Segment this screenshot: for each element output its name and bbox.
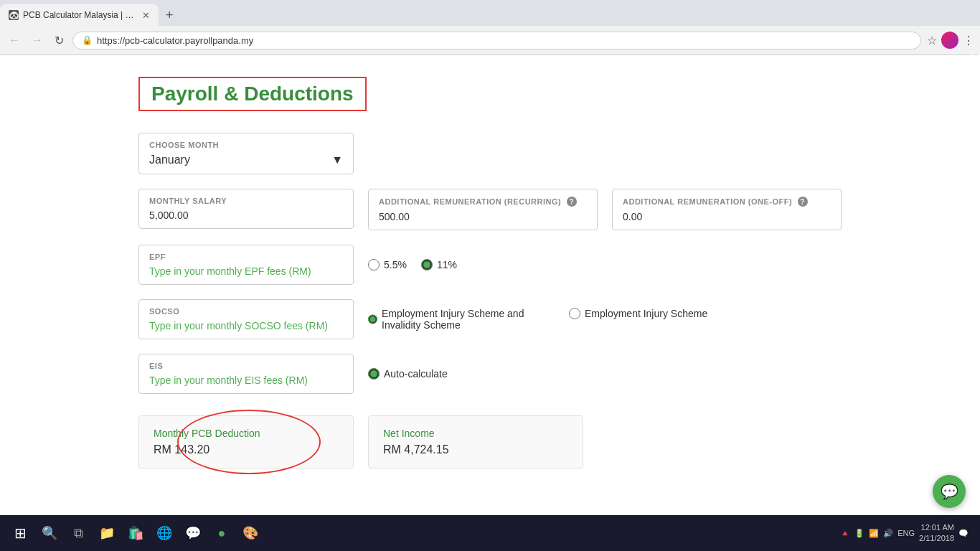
socso-option2-label[interactable]: Employment Injury Scheme xyxy=(569,308,707,319)
epf-rate-55-option[interactable]: 5.5% xyxy=(368,259,407,270)
page-title: Payroll & Deductions xyxy=(151,83,354,105)
socso-option1-label[interactable]: Employment Injury Scheme and Invalidity … xyxy=(368,308,555,331)
salary-row: MONTHLY SALARY ADDITIONAL REMUNERATION (… xyxy=(138,189,842,230)
socso-box[interactable]: SOCSO xyxy=(138,299,354,339)
additional-oneoff-input[interactable] xyxy=(623,211,831,222)
month-select-inner[interactable]: January ▼ xyxy=(149,154,343,166)
eis-auto-radio[interactable] xyxy=(368,368,380,380)
eis-row: EIS Auto-calculate xyxy=(138,354,842,394)
socso-option2-radio[interactable] xyxy=(569,308,580,319)
choose-month-section: CHOOSE MONTH January ▼ xyxy=(138,133,842,174)
additional-recurring-info-icon: ? xyxy=(567,197,577,207)
bookmark-icon[interactable]: ☆ xyxy=(927,34,937,47)
profile-icon[interactable] xyxy=(941,32,958,49)
new-tab-button[interactable]: + xyxy=(161,8,178,23)
tab-close-button[interactable]: ✕ xyxy=(142,10,150,21)
tab-title: PCB Calculator Malaysia | Payroll xyxy=(23,10,138,20)
socso-radio-group: Employment Injury Scheme and Invalidity … xyxy=(368,308,707,331)
url-bar[interactable]: 🔒 https://pcb-calculator.payrollpanda.my xyxy=(72,32,921,50)
epf-label: EPF xyxy=(149,253,343,261)
additional-oneoff-label: ADDITIONAL REMUNERATION (ONE-OFF) ? xyxy=(623,197,831,207)
net-income-result-box: Net Income RM 4,724.15 xyxy=(368,415,583,468)
page-wrapper: Payroll & Deductions CHOOSE MONTH Januar… xyxy=(0,55,980,516)
tab-bar: 🐼 PCB Calculator Malaysia | Payroll ✕ + xyxy=(0,0,980,26)
lock-icon: 🔒 xyxy=(82,35,93,45)
toolbar-right: ☆ ⋮ xyxy=(927,32,974,49)
chat-icon: 💬 xyxy=(941,483,958,500)
tab-favicon: 🐼 xyxy=(9,10,19,20)
month-value: January xyxy=(149,154,190,166)
page-content: Payroll & Deductions CHOOSE MONTH Januar… xyxy=(95,55,885,490)
month-selector-box[interactable]: CHOOSE MONTH January ▼ xyxy=(138,133,354,174)
refresh-button[interactable]: ↻ xyxy=(52,32,67,49)
net-income-value: RM 4,724.15 xyxy=(383,443,568,456)
monthly-salary-input[interactable] xyxy=(149,209,343,221)
eis-auto-label: Auto-calculate xyxy=(384,368,448,380)
epf-rate-11-option[interactable]: 11% xyxy=(421,259,457,270)
pcb-label: Monthly PCB Deduction xyxy=(154,428,339,439)
epf-rate-55-radio[interactable] xyxy=(368,259,380,270)
active-tab[interactable]: 🐼 PCB Calculator Malaysia | Payroll ✕ xyxy=(0,4,159,26)
monthly-salary-box[interactable]: MONTHLY SALARY xyxy=(138,189,354,229)
taskbar: ⊞ 🔍 ⧉ 📁 🛍️ 🌐 💬 ● 🎨 🔺 🔋 📶 🔊 ENG 12:01 AM … xyxy=(0,515,980,516)
month-label: CHOOSE MONTH xyxy=(149,141,343,149)
socso-row: SOCSO Employment Injury Scheme and Inval… xyxy=(138,299,842,339)
forward-button[interactable]: → xyxy=(29,32,46,48)
socso-option2-text: Employment Injury Scheme xyxy=(585,308,707,319)
epf-input[interactable] xyxy=(149,265,343,277)
results-row: Monthly PCB Deduction RM 143.20 Net Inco… xyxy=(138,415,842,468)
additional-recurring-label: ADDITIONAL REMUNERATION (RECURRING) ? xyxy=(379,197,587,207)
dropdown-arrow-icon: ▼ xyxy=(331,154,343,166)
url-text: https://pcb-calculator.payrollpanda.my xyxy=(97,35,253,46)
epf-rate-11-label: 11% xyxy=(437,259,457,270)
back-button[interactable]: ← xyxy=(6,32,23,48)
eis-radio-group: Auto-calculate xyxy=(368,368,448,380)
epf-rate-11-radio[interactable] xyxy=(421,259,433,270)
eis-label: EIS xyxy=(149,362,343,370)
address-bar: ← → ↻ 🔒 https://pcb-calculator.payrollpa… xyxy=(0,26,980,55)
additional-oneoff-box[interactable]: ADDITIONAL REMUNERATION (ONE-OFF) ? xyxy=(612,189,842,230)
socso-option1-text: Employment Injury Scheme and Invalidity … xyxy=(382,308,555,331)
menu-icon[interactable]: ⋮ xyxy=(963,34,974,47)
additional-recurring-input[interactable] xyxy=(379,211,587,222)
eis-box[interactable]: EIS xyxy=(138,354,354,394)
eis-auto-option[interactable]: Auto-calculate xyxy=(368,368,448,380)
pcb-value: RM 143.20 xyxy=(154,443,339,456)
salary-label: MONTHLY SALARY xyxy=(149,197,343,205)
page-title-box: Payroll & Deductions xyxy=(138,77,367,111)
eis-input[interactable] xyxy=(149,375,343,386)
additional-oneoff-info-icon: ? xyxy=(798,197,808,207)
socso-input[interactable] xyxy=(149,320,343,331)
browser-chrome: 🐼 PCB Calculator Malaysia | Payroll ✕ + … xyxy=(0,0,980,55)
pcb-result-box: Monthly PCB Deduction RM 143.20 xyxy=(138,415,354,468)
socso-option1-radio[interactable] xyxy=(368,314,377,325)
chat-widget[interactable]: 💬 xyxy=(933,475,966,508)
epf-row: EPF 5.5% 11% xyxy=(138,245,842,285)
socso-label: SOCSO xyxy=(149,307,343,316)
additional-recurring-box[interactable]: ADDITIONAL REMUNERATION (RECURRING) ? xyxy=(368,189,598,230)
net-income-label: Net Income xyxy=(383,428,568,439)
epf-radio-group: 5.5% 11% xyxy=(368,259,457,270)
epf-rate-55-label: 5.5% xyxy=(384,259,407,270)
red-circle-annotation xyxy=(177,410,321,474)
epf-box[interactable]: EPF xyxy=(138,245,354,285)
